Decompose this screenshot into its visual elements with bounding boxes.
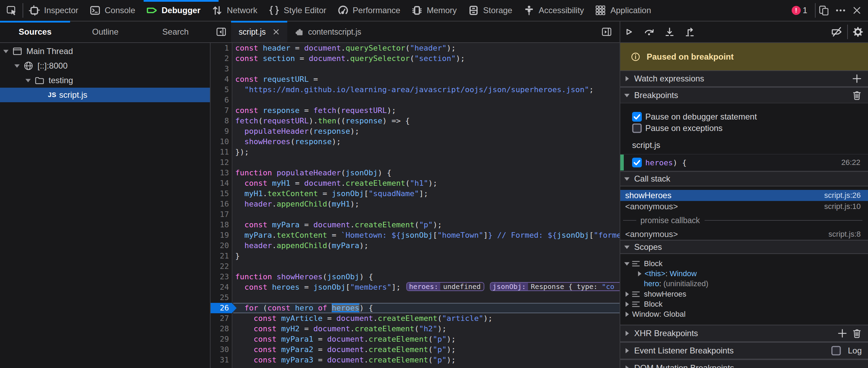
- code-line-15[interactable]: myH1.textContent = jsonObj["squadName"];: [233, 189, 620, 199]
- gutter-line-26-paused-flag[interactable]: 26: [211, 303, 232, 313]
- toolbar-tab-application[interactable]: Application: [589, 0, 656, 21]
- twisty-icon[interactable]: [624, 348, 630, 354]
- checkbox-checked-icon[interactable]: [632, 158, 642, 167]
- code-line-11[interactable]: });: [233, 147, 620, 157]
- code-line-8[interactable]: fetch(requestURL).then((response) => {: [233, 116, 620, 126]
- twisty-icon[interactable]: [624, 330, 630, 336]
- gutter-line-7[interactable]: 7: [211, 105, 232, 116]
- twisty-icon[interactable]: [624, 76, 630, 82]
- code-line-3[interactable]: [233, 64, 620, 74]
- panel-tab-outline[interactable]: Outline: [70, 21, 140, 42]
- gutter-line-22[interactable]: 22: [211, 261, 232, 272]
- twisty-icon[interactable]: [624, 92, 630, 98]
- code-line-30[interactable]: const myPara2 = document.createElement("…: [233, 344, 620, 355]
- gutter-line-2[interactable]: 2: [211, 53, 232, 64]
- gutter-line-5[interactable]: 5: [211, 85, 232, 95]
- code-line-25[interactable]: [233, 292, 620, 303]
- add-watch-expression-icon[interactable]: [852, 74, 862, 84]
- meatball-menu-icon[interactable]: [835, 5, 846, 16]
- resume-button[interactable]: [624, 27, 634, 37]
- code-line-12[interactable]: [233, 157, 620, 168]
- xhr-breakpoints-header[interactable]: XHR Breakpoints: [620, 325, 868, 342]
- editor-tab-contentscript-js[interactable]: contentscript.js: [287, 21, 369, 42]
- panel-tab-sources[interactable]: Sources: [0, 21, 70, 42]
- gutter-line-19[interactable]: 19: [211, 230, 232, 240]
- twisty-icon[interactable]: [624, 365, 630, 368]
- gutter-line-30[interactable]: 30: [211, 344, 232, 355]
- gutter-line-27[interactable]: 27: [211, 313, 232, 324]
- breakpoint-option-unchecked[interactable]: Pause on exceptions: [620, 123, 868, 134]
- toolbar-tab-inspector[interactable]: Inspector: [23, 0, 84, 21]
- twisty-icon[interactable]: [624, 301, 630, 307]
- code-line-1[interactable]: const header = document.querySelector("h…: [233, 43, 620, 53]
- toolbar-tab-styleeditor[interactable]: Style Editor: [263, 0, 332, 21]
- code-line-16[interactable]: header.appendChild(myH1);: [233, 199, 620, 209]
- event-listener-breakpoints-header[interactable]: Event Listener BreakpointsLog: [620, 342, 868, 359]
- editor-code[interactable]: const header = document.querySelector("h…: [233, 43, 620, 368]
- checkbox-checked-icon[interactable]: [632, 112, 642, 122]
- gutter-line-16[interactable]: 16: [211, 199, 232, 209]
- gutter-line-6[interactable]: 6: [211, 95, 232, 105]
- step-in-button[interactable]: [664, 26, 675, 37]
- breakpoint-item[interactable]: heroes) {26:22: [620, 154, 868, 171]
- toolbar-tab-performance[interactable]: Performance: [332, 0, 406, 21]
- error-badge-icon[interactable]: !: [792, 6, 801, 15]
- call-stack-frame-1[interactable]: <anonymous>script.js:10: [620, 201, 868, 212]
- gutter-line-11[interactable]: 11: [211, 147, 232, 157]
- checkbox-unchecked-icon[interactable]: [831, 346, 841, 356]
- remove-all-breakpoints-icon[interactable]: [852, 90, 862, 100]
- twisty-icon[interactable]: [624, 244, 630, 250]
- remove-all-xhr-breakpoints-icon[interactable]: [852, 328, 862, 338]
- gutter-line-8[interactable]: 8: [211, 116, 232, 126]
- code-line-24[interactable]: const heroes = jsonObj["members"];heroes…: [233, 282, 620, 292]
- scopes-header[interactable]: Scopes: [620, 240, 868, 254]
- gutter-line-31[interactable]: 31: [211, 355, 232, 365]
- tree-item-testing[interactable]: testing: [0, 73, 210, 88]
- code-line-23[interactable]: function showHeroes(jsonObj) {: [233, 272, 620, 282]
- gutter-line-21[interactable]: 21: [211, 251, 232, 261]
- watch-expressions-header[interactable]: Watch expressions: [620, 70, 868, 87]
- twisty-icon[interactable]: [624, 291, 630, 297]
- toolbar-tab-console[interactable]: Console: [84, 0, 141, 21]
- code-line-21[interactable]: }: [233, 251, 620, 261]
- twisty-icon[interactable]: [3, 48, 9, 54]
- twisty-icon[interactable]: [636, 271, 643, 277]
- checkbox-unchecked-icon[interactable]: [632, 123, 642, 133]
- blackbox-source-icon[interactable]: [831, 26, 842, 37]
- code-line-6[interactable]: [233, 95, 620, 105]
- code-line-18[interactable]: const myPara = document.createElement("p…: [233, 220, 620, 230]
- gutter-line-28[interactable]: 28: [211, 324, 232, 334]
- gutter-line-14[interactable]: 14: [211, 178, 232, 189]
- scope-row-0[interactable]: Block: [620, 259, 868, 269]
- code-line-31[interactable]: const myPara3 = document.createElement("…: [233, 355, 620, 365]
- twisty-icon[interactable]: [14, 63, 20, 69]
- call-stack-header[interactable]: Call stack: [620, 171, 868, 186]
- step-out-button[interactable]: [684, 26, 696, 37]
- code-line-9[interactable]: populateHeader(response);: [233, 126, 620, 137]
- toolbar-tab-debugger[interactable]: />Debugger: [141, 0, 206, 21]
- gutter-line-24[interactable]: 24: [211, 282, 232, 292]
- code-line-14[interactable]: const myH1 = document.createElement("h1"…: [233, 178, 620, 189]
- code-line-26[interactable]: for (const hero of heroes) {: [233, 303, 620, 313]
- editor-tab-script-js[interactable]: script.js: [231, 21, 287, 42]
- code-line-5[interactable]: "https://mdn.github.io/learning-area/jav…: [233, 85, 620, 95]
- scope-row-4[interactable]: Block: [620, 299, 868, 309]
- toolbar-tab-netmonitor[interactable]: Network: [206, 0, 263, 21]
- close-devtools-icon[interactable]: [852, 6, 862, 15]
- code-line-20[interactable]: header.appendChild(myPara);: [233, 240, 620, 251]
- code-line-2[interactable]: const section = document.querySelector("…: [233, 53, 620, 64]
- step-over-button[interactable]: [644, 26, 655, 37]
- code-line-7[interactable]: const response = fetch(requestURL);: [233, 105, 620, 116]
- scope-row-3[interactable]: showHeroes: [620, 289, 868, 299]
- editor-gutter[interactable]: 1234567891011121314151617181920212223242…: [211, 43, 232, 368]
- gutter-line-10[interactable]: 10: [211, 137, 232, 147]
- pick-element-icon[interactable]: [7, 6, 16, 15]
- breakpoint-option-checked[interactable]: Pause on debugger statement: [620, 111, 868, 122]
- code-line-10[interactable]: showHeroes(response);: [233, 137, 620, 147]
- gutter-line-20[interactable]: 20: [211, 240, 232, 251]
- gutter-line-17[interactable]: 17: [211, 209, 232, 220]
- call-stack-frame-0[interactable]: showHeroesscript.js:26: [620, 190, 868, 201]
- gutter-line-15[interactable]: 15: [211, 189, 232, 199]
- tree-item--8000[interactable]: [::]:8000: [0, 59, 210, 73]
- twisty-icon[interactable]: [624, 176, 630, 182]
